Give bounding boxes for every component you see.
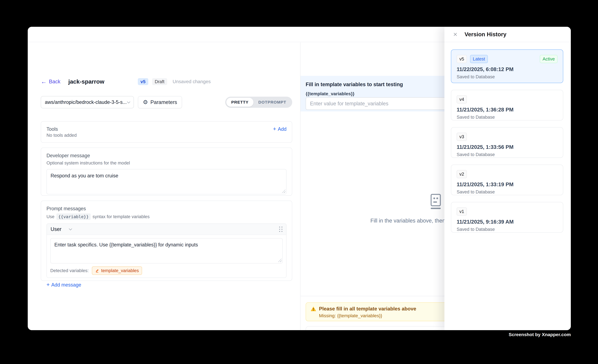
- chevron-down-icon: [127, 100, 130, 103]
- watermark: Screenshot by Xnapper.com: [509, 332, 571, 337]
- developer-message-textarea[interactable]: Respond as you are tom cruise: [47, 169, 286, 194]
- version-saved-status: Saved to Database: [457, 74, 557, 79]
- parameters-label: Parameters: [150, 99, 177, 105]
- parameters-button[interactable]: ⚙ Parameters: [138, 96, 182, 108]
- tools-card-header: Tools Add: [47, 126, 286, 132]
- add-tool-label: Add: [278, 126, 286, 132]
- draft-badge: Draft: [152, 78, 167, 85]
- warning-icon: [311, 306, 316, 312]
- view-mode-toggle: PRETTY DOTPROMPT: [225, 97, 292, 108]
- back-label: Back: [49, 79, 60, 84]
- template-variable-name: template_variables: [101, 268, 139, 273]
- detected-variables-row: Detected variables: template_variables: [50, 266, 283, 275]
- version-card-v5[interactable]: v5 Latest Active 11/22/2025, 6:08:12 PM …: [451, 50, 563, 83]
- model-select-value: aws/anthropic/bedrock-claude-3-5-s...: [45, 99, 127, 105]
- user-message-textarea[interactable]: Enter task specifics. Use {{template_var…: [50, 238, 283, 264]
- tab-dotprompt[interactable]: DOTPROMPT: [253, 98, 291, 107]
- message-block: User Enter task specifics. Use {{templat…: [47, 223, 286, 278]
- template-variable-label: {{template_variables}}: [306, 91, 354, 96]
- version-badge: v5: [138, 78, 148, 85]
- hint-suffix: syntax for template variables: [92, 214, 150, 219]
- version-number-badge: v3: [457, 133, 467, 141]
- version-date: 11/21/2025, 1:33:19 PM: [457, 182, 557, 187]
- back-arrow-icon: ←: [41, 79, 47, 84]
- message-body: Enter task specifics. Use {{template_var…: [47, 235, 286, 278]
- page-title: jack-sparrow: [68, 78, 104, 85]
- version-date: 11/21/2025, 9:16:39 AM: [457, 219, 557, 225]
- chevron-down-icon[interactable]: [69, 227, 72, 230]
- version-saved-status: Saved to Database: [457, 189, 557, 195]
- version-saved-status: Saved to Database: [457, 152, 557, 157]
- version-number-badge: v2: [457, 170, 467, 178]
- version-history-panel: Version History v5 Latest Active 11/22/2…: [444, 27, 571, 330]
- plus-icon: [273, 126, 276, 132]
- document-header: ← Back jack-sparrow v5 Draft Unsaved cha…: [41, 77, 211, 86]
- role-select[interactable]: User: [50, 226, 61, 232]
- version-history-header: Version History: [444, 27, 571, 42]
- developer-message-subtitle: Optional system instructions for the mod…: [47, 160, 286, 165]
- robot-icon: [429, 194, 442, 209]
- version-number-badge: v4: [457, 95, 467, 103]
- unsaved-changes-label: Unsaved changes: [173, 79, 211, 84]
- latest-badge: Latest: [470, 55, 488, 63]
- version-number-badge: v1: [457, 207, 467, 215]
- version-number-badge: v5: [457, 55, 467, 63]
- back-button[interactable]: ← Back: [41, 79, 60, 84]
- prompt-messages-card: Prompt messages Use {{variable}} syntax …: [41, 201, 292, 281]
- tools-card: Tools Add No tools added: [41, 121, 292, 143]
- no-tools-text: No tools added: [47, 133, 286, 138]
- close-icon[interactable]: [452, 31, 458, 37]
- version-card-v4[interactable]: v4 11/21/2025, 1:36:28 PM Saved to Datab…: [451, 90, 563, 120]
- gear-icon: ⚙: [143, 99, 148, 105]
- plus-icon: [47, 282, 50, 288]
- add-message-label: Add message: [51, 282, 81, 288]
- message-header: User: [47, 224, 286, 235]
- prompt-editor-pane: ← Back jack-sparrow v5 Draft Unsaved cha…: [28, 42, 300, 330]
- version-card-v1[interactable]: v1 11/21/2025, 9:16:39 AM Saved to Datab…: [451, 202, 563, 232]
- pencil-icon: [95, 269, 99, 273]
- version-saved-status: Saved to Database: [457, 227, 557, 232]
- editor-toolbar: aws/anthropic/bedrock-claude-3-5-s... ⚙ …: [41, 96, 292, 108]
- fill-variables-title: Fill in template variables to start test…: [306, 82, 403, 87]
- template-variable-chip[interactable]: template_variables: [92, 266, 142, 275]
- developer-message-title: Developer message: [47, 153, 286, 158]
- version-card-v3[interactable]: v3 11/21/2025, 1:33:56 PM Saved to Datab…: [451, 127, 563, 158]
- version-saved-status: Saved to Database: [457, 115, 557, 120]
- warning-title: Please fill in all template variables ab…: [319, 306, 416, 312]
- version-date: 11/21/2025, 1:36:28 PM: [457, 107, 557, 113]
- active-badge: Active: [540, 55, 557, 63]
- version-date: 11/22/2025, 6:08:12 PM: [457, 66, 557, 72]
- version-date: 11/21/2025, 1:33:56 PM: [457, 144, 557, 150]
- variable-syntax-chip: {{variable}}: [56, 213, 91, 220]
- version-history-title: Version History: [465, 31, 507, 38]
- version-list: v5 Latest Active 11/22/2025, 6:08:12 PM …: [444, 42, 571, 232]
- app-window: ← Back jack-sparrow v5 Draft Unsaved cha…: [28, 27, 571, 330]
- tools-title: Tools: [47, 126, 58, 132]
- add-tool-button[interactable]: Add: [273, 126, 286, 132]
- tab-pretty[interactable]: PRETTY: [226, 98, 253, 107]
- drag-handle-icon[interactable]: [279, 227, 282, 232]
- add-message-button[interactable]: Add message: [47, 282, 286, 288]
- model-select[interactable]: aws/anthropic/bedrock-claude-3-5-s...: [41, 96, 134, 108]
- prompt-messages-hint: Use {{variable}} syntax for template var…: [47, 213, 286, 220]
- developer-message-card: Developer message Optional system instru…: [41, 148, 292, 196]
- hint-prefix: Use: [47, 214, 55, 219]
- prompt-messages-title: Prompt messages: [47, 206, 286, 212]
- detected-variables-label: Detected variables:: [50, 268, 89, 273]
- version-card-v2[interactable]: v2 11/21/2025, 1:33:19 PM Saved to Datab…: [451, 165, 563, 195]
